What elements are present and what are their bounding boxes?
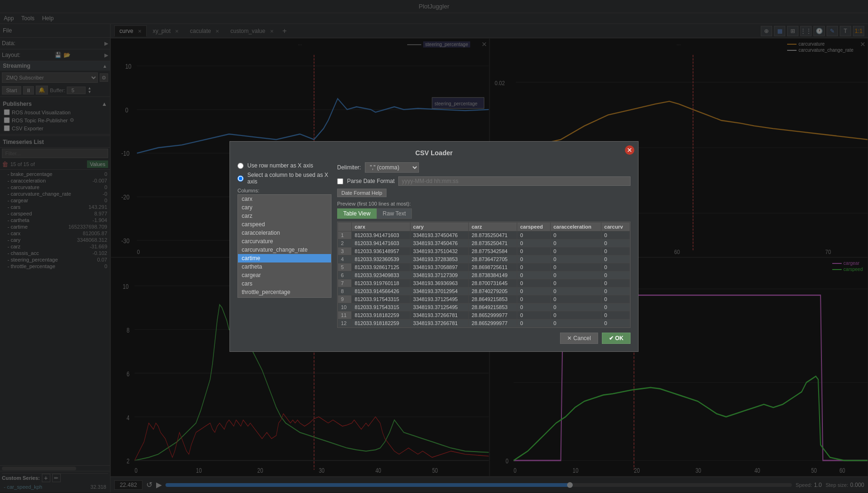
csv-loader-right: Delimiter: "," (comma)";"; (semicolon)"\… [337, 162, 631, 328]
table-cell-carx: 812033.919760118 [352, 279, 410, 287]
preview-table: carx cary carz carspeed caracceleration … [338, 222, 630, 327]
columns-label: Columns: [237, 188, 331, 193]
table-cell-carx: 812033.941471603 [352, 239, 410, 247]
table-cell-caracceleration: 0 [550, 319, 601, 327]
table-cell-row: 4 [338, 255, 352, 263]
table-cell-carcurvature: 0 [601, 319, 630, 327]
table-cell-row: 7 [338, 279, 352, 287]
columns-list[interactable]: carx cary carz carspeed caracceleration … [237, 194, 331, 298]
preview-table-wrap[interactable]: carx cary carz carspeed caracceleration … [337, 222, 631, 328]
table-cell-row: 8 [338, 287, 352, 295]
table-cell-carz: 28.8652999977 [468, 319, 517, 327]
table-row: 11812033.9181822593348193.3726678128.865… [338, 311, 630, 319]
col-header-carz: carz [468, 223, 517, 231]
table-cell-carz: 28.8736472705 [468, 255, 517, 263]
view-tab-raw[interactable]: Raw Text [377, 208, 412, 219]
table-cell-carx: 812033.936148957 [352, 247, 410, 255]
column-cary[interactable]: cary [238, 203, 331, 212]
date-help-button[interactable]: Date Format Help [337, 189, 387, 197]
column-throttle-percentage[interactable]: throttle_percentage [238, 288, 331, 296]
csv-loader-footer: ✕ Cancel ✔ OK [237, 333, 631, 344]
column-brake-percentage[interactable]: brake_percentage [238, 296, 331, 298]
column-carspeed[interactable]: carspeed [238, 220, 331, 229]
table-row: 2812033.9414716033348193.3745047628.8735… [338, 239, 630, 247]
table-cell-carcurvature: 0 [601, 287, 630, 295]
table-cell-carspeed: 0 [517, 231, 551, 239]
table-cell-caracceleration: 0 [550, 271, 601, 279]
table-row: 7812033.9197601183348193.3693696328.8700… [338, 279, 630, 287]
table-cell-carz: 28.8738384149 [468, 271, 517, 279]
column-carcurvature-change-rate[interactable]: carcurvature_change_rate [238, 246, 331, 254]
ok-button[interactable]: ✔ OK [602, 333, 631, 344]
table-cell-carx: 812033.941471603 [352, 231, 410, 239]
table-cell-cary: 3348193.37127309 [410, 271, 468, 279]
table-cell-cary: 3348193.37125495 [410, 295, 468, 303]
col-header-carx: carx [352, 223, 410, 231]
table-cell-cary: 3348193.37125495 [410, 303, 468, 311]
table-cell-row: 1 [338, 231, 352, 239]
table-cell-carz: 28.8649215853 [468, 303, 517, 311]
table-row: 4812033.9323605393348193.3728385328.8736… [338, 255, 630, 263]
table-cell-cary: 3348193.37058897 [410, 263, 468, 271]
table-cell-row: 11 [338, 311, 352, 319]
column-cartheta[interactable]: cartheta [238, 262, 331, 271]
table-row: 12812033.9181822593348193.3726678128.865… [338, 319, 630, 327]
table-cell-cary: 3348193.37266781 [410, 319, 468, 327]
table-cell-carz: 28.8652999977 [468, 311, 517, 319]
table-cell-row: 5 [338, 263, 352, 271]
select-column-radio[interactable] [237, 175, 244, 182]
col-header-cary: cary [410, 223, 468, 231]
column-caracceleration[interactable]: caracceleration [238, 229, 331, 237]
table-cell-row: 6 [338, 271, 352, 279]
use-row-number-radio[interactable] [237, 163, 244, 169]
table-cell-carspeed: 0 [517, 247, 551, 255]
table-cell-cary: 3348193.37012954 [410, 287, 468, 295]
table-cell-row: 12 [338, 319, 352, 327]
table-cell-carspeed: 0 [517, 287, 551, 295]
table-cell-caracceleration: 0 [550, 287, 601, 295]
table-cell-row: 10 [338, 303, 352, 311]
table-cell-carspeed: 0 [517, 279, 551, 287]
col-header-caracceleration: caracceleration [550, 223, 601, 231]
table-cell-carspeed: 0 [517, 271, 551, 279]
table-cell-carx: 812033.914566426 [352, 287, 410, 295]
table-cell-carspeed: 0 [517, 295, 551, 303]
table-cell-carz: 28.8698725611 [468, 263, 517, 271]
table-cell-carz: 28.8735250471 [468, 239, 517, 247]
radio-row-number: Use row number as X axis [237, 162, 331, 169]
column-carx[interactable]: carx [238, 195, 331, 203]
date-format-input[interactable] [398, 176, 631, 186]
column-carcurvature[interactable]: carcurvature [238, 237, 331, 246]
table-cell-caracceleration: 0 [550, 279, 601, 287]
parse-date-checkbox[interactable] [337, 178, 343, 184]
modal-overlay: CSV Loader ✕ Use row number as X axis Se… [0, 0, 868, 493]
column-cars[interactable]: cars [238, 279, 331, 288]
column-cargear[interactable]: cargear [238, 271, 331, 279]
column-carz[interactable]: carz [238, 212, 331, 220]
table-cell-caracceleration: 0 [550, 239, 601, 247]
csv-loader-left: Use row number as X axis Select a column… [237, 162, 331, 328]
table-cell-carspeed: 0 [517, 311, 551, 319]
view-tab-table[interactable]: Table View [337, 208, 377, 219]
cancel-button[interactable]: ✕ Cancel [560, 333, 598, 344]
table-cell-carz: 28.8740279205 [468, 287, 517, 295]
delimiter-select[interactable]: "," (comma)";"; (semicolon)"\t" (tab) [365, 162, 419, 173]
preview-label: Preview (first 100 lines at most): [337, 201, 631, 207]
col-header-carcurvature: carcurv [601, 223, 630, 231]
csv-loader-close-button[interactable]: ✕ [625, 145, 634, 155]
table-cell-carcurvature: 0 [601, 247, 630, 255]
column-cartime[interactable]: cartime [238, 254, 331, 262]
table-cell-caracceleration: 0 [550, 295, 601, 303]
table-cell-row: 3 [338, 247, 352, 255]
table-cell-carspeed: 0 [517, 319, 551, 327]
delimiter-label: Delimiter: [337, 164, 361, 171]
delimiter-row: Delimiter: "," (comma)";"; (semicolon)"\… [337, 162, 631, 173]
view-tabs: Table View Raw Text [337, 208, 631, 219]
table-cell-carcurvature: 0 [601, 279, 630, 287]
table-cell-cary: 3348193.37266781 [410, 311, 468, 319]
table-row: 6812033.9234098333348193.3712730928.8738… [338, 271, 630, 279]
table-cell-carspeed: 0 [517, 239, 551, 247]
table-cell-carx: 812033.918182259 [352, 319, 410, 327]
table-cell-carx: 812033.932360539 [352, 255, 410, 263]
csv-loader-modal: CSV Loader ✕ Use row number as X axis Se… [229, 141, 639, 352]
